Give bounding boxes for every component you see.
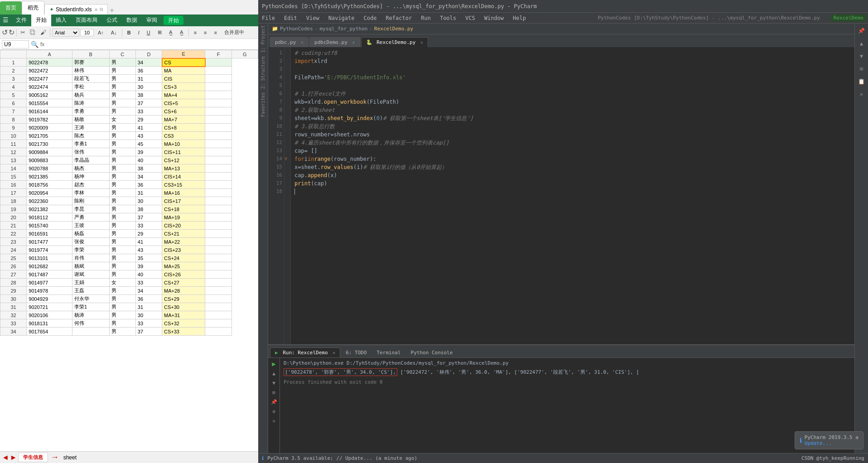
cell-15-0[interactable]: 9021385 <box>27 173 72 181</box>
run-play-btn[interactable]: ▶ <box>270 360 279 368</box>
cell-4-0[interactable]: 9022474 <box>27 83 72 91</box>
run-filter-btn[interactable]: ⊞ <box>270 388 279 396</box>
cell-31-3[interactable]: 31 <box>135 303 162 311</box>
formula-input[interactable] <box>46 41 256 48</box>
right-btn-1[interactable]: 📌 <box>856 25 867 36</box>
cell-10-4[interactable]: CS3 <box>162 132 205 140</box>
cell-24-2[interactable]: 男 <box>109 246 135 254</box>
cell-24-5[interactable] <box>205 246 231 254</box>
cell-9-0[interactable]: 9020009 <box>27 124 72 132</box>
cell-2-0[interactable]: 9022472 <box>27 67 72 75</box>
cell-30-0[interactable]: 9004929 <box>27 295 72 303</box>
cell-6-3[interactable]: 37 <box>135 99 162 107</box>
cell-21-3[interactable]: 33 <box>135 222 162 230</box>
cell-18-2[interactable]: 男 <box>109 197 135 205</box>
cell-1-1[interactable]: 郭赛 <box>72 58 109 67</box>
cell-20-3[interactable]: 37 <box>135 213 162 222</box>
cell-18-0[interactable]: 9022360 <box>27 197 72 205</box>
cell-3-5[interactable] <box>205 75 231 83</box>
fold-for[interactable]: ▽ <box>285 155 290 163</box>
cell-11-4[interactable]: MA+10 <box>162 140 205 148</box>
terminal-tab[interactable]: Terminal <box>372 348 405 357</box>
cell-23-2[interactable]: 男 <box>109 238 135 246</box>
cell-12-3[interactable]: 39 <box>135 148 162 156</box>
menu-file[interactable]: File <box>260 14 277 22</box>
cell-27-2[interactable]: 男 <box>109 270 135 279</box>
redo-icon[interactable]: ↻ <box>9 28 14 37</box>
cell-15-3[interactable]: 34 <box>135 173 162 181</box>
right-btn-3[interactable]: ▼ <box>856 51 867 62</box>
italic-btn[interactable]: I <box>135 29 143 37</box>
cell-8-1[interactable]: 杨敢 <box>72 116 109 124</box>
cell-24-1[interactable]: 李荣 <box>72 246 109 254</box>
excel-title-tab[interactable]: ✦ StudentInfo.xls ✕ ⧉ <box>44 4 108 14</box>
cell-18-3[interactable]: 30 <box>135 197 162 205</box>
menu-vcs[interactable]: VCS <box>463 14 477 22</box>
right-btn-5[interactable]: 📋 <box>856 76 867 87</box>
fill-color-btn[interactable]: A̲ <box>166 28 176 37</box>
cell-3-1[interactable]: 段若飞 <box>72 75 109 83</box>
close-icon[interactable]: ✕ <box>94 7 98 12</box>
ribbon-tab-data[interactable]: 数据 <box>122 14 142 26</box>
cell-13-2[interactable]: 男 <box>109 156 135 164</box>
cell-20-4[interactable]: MA+19 <box>162 213 205 222</box>
underline-btn[interactable]: U <box>144 29 154 37</box>
cell-8-3[interactable]: 29 <box>135 116 162 124</box>
menu-window[interactable]: Window <box>482 14 506 22</box>
cell-16-4[interactable]: CS3+15 <box>162 181 205 189</box>
cell-34-4[interactable]: CS+33 <box>162 328 205 336</box>
cell-27-1[interactable]: 谢斌 <box>72 270 109 279</box>
cell-26-2[interactable]: 男 <box>109 262 135 270</box>
cell-23-5[interactable] <box>205 238 231 246</box>
cell-24-0[interactable]: 9019774 <box>27 246 72 254</box>
cell-8-5[interactable] <box>205 116 231 124</box>
tab-rexceldemo[interactable]: 🐍 RexcelDemo.py ✕ <box>361 37 428 47</box>
cell-23-4[interactable]: MA+22 <box>162 238 205 246</box>
cell-9-3[interactable]: 41 <box>135 124 162 132</box>
format-brush-icon[interactable]: 🖌 <box>39 28 48 37</box>
tab-pdbcdemo[interactable]: pdbcDemo.py ✕ <box>309 37 360 47</box>
cell-27-4[interactable]: CIS+26 <box>162 270 205 279</box>
cell-11-1[interactable]: 李勇1 <box>72 140 109 148</box>
run-close-btn[interactable]: ✕ <box>270 417 279 425</box>
ribbon-tab-insert[interactable]: 插入 <box>51 14 71 26</box>
cell-29-1[interactable]: 王磊 <box>72 287 109 295</box>
cell-29-3[interactable]: 34 <box>135 287 162 295</box>
cell-7-3[interactable]: 33 <box>135 107 162 116</box>
browser-tab-home[interactable]: 首页 <box>0 1 22 14</box>
cell-23-0[interactable]: 9017477 <box>27 238 72 246</box>
cell-26-1[interactable]: 杨斌 <box>72 262 109 270</box>
tab-rexceldemo-close[interactable]: ✕ <box>420 40 423 45</box>
cell-25-2[interactable]: 男 <box>109 254 135 262</box>
cell-24-3[interactable]: 43 <box>135 246 162 254</box>
ribbon-tab-review[interactable]: 审阅 <box>142 14 162 26</box>
cell-1-2[interactable]: 男 <box>109 58 135 67</box>
cell-14-0[interactable]: 9020788 <box>27 164 72 173</box>
cell-14-4[interactable]: MA+13 <box>162 164 205 173</box>
cell-25-5[interactable] <box>205 254 231 262</box>
cell-34-1[interactable] <box>72 328 109 336</box>
cell-21-0[interactable]: 9015740 <box>27 222 72 230</box>
cell-15-1[interactable]: 杨坤 <box>72 173 109 181</box>
cell-16-0[interactable]: 9018756 <box>27 181 72 189</box>
col-header-B[interactable]: B <box>72 50 109 58</box>
font-color-btn[interactable]: A̲ <box>177 28 187 37</box>
cell-7-0[interactable]: 9016144 <box>27 107 72 116</box>
menu-tools[interactable]: Tools <box>438 14 458 22</box>
run-tab-close[interactable]: ✕ <box>333 350 335 355</box>
right-btn-2[interactable]: ▲ <box>856 38 867 49</box>
cell-25-1[interactable]: 肖伟 <box>72 254 109 262</box>
cell-11-2[interactable]: 男 <box>109 140 135 148</box>
cell-1-4[interactable]: CS <box>162 58 205 67</box>
cell-5-5[interactable] <box>205 91 231 99</box>
cell-22-1[interactable]: 杨磊 <box>72 230 109 238</box>
cell-18-1[interactable]: 陈刚 <box>72 197 109 205</box>
cell-5-3[interactable]: 38 <box>135 91 162 99</box>
cell-14-1[interactable]: 杨杰 <box>72 164 109 173</box>
menu-refactor[interactable]: Refactor <box>384 14 414 22</box>
cell-5-4[interactable]: MA+4 <box>162 91 205 99</box>
cell-32-0[interactable]: 9020106 <box>27 311 72 319</box>
todo-tab[interactable]: 6: TODO <box>341 348 371 357</box>
sheet-nav-left[interactable]: ◄ <box>2 453 9 462</box>
cell-26-5[interactable] <box>205 262 231 270</box>
